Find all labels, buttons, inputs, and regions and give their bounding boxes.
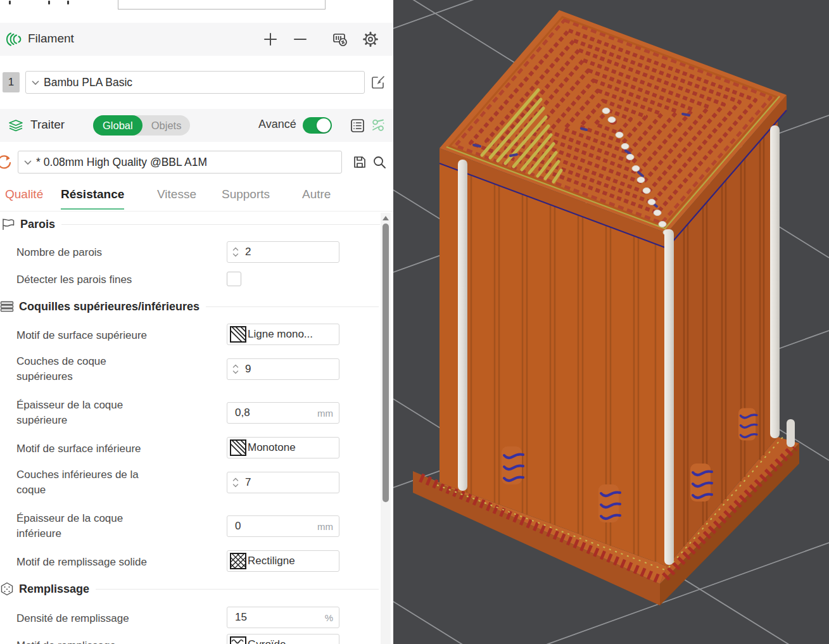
setting-label: Densité de remplissage: [16, 611, 206, 626]
sliced-model-render: [393, 0, 829, 644]
reset-arrow-icon[interactable]: [0, 155, 12, 171]
section-walls: Parois: [1, 217, 380, 231]
shells-icon: [0, 300, 14, 313]
diagonal-pattern-icon: [230, 326, 246, 343]
layers-icon: [8, 117, 24, 134]
setting-label: Nombre de parois: [16, 245, 206, 260]
thin-walls-checkbox[interactable]: [227, 272, 241, 286]
gear-icon[interactable]: [362, 31, 379, 47]
unit-label: mm: [317, 521, 333, 532]
edit-icon[interactable]: [370, 74, 386, 91]
bottom-shell-layers-spinner[interactable]: 7: [227, 472, 339, 493]
flag-icon: [1, 217, 15, 231]
setting-value: Ligne mono...: [248, 328, 313, 341]
setting-label: Épaisseur de la coque supérieure: [16, 398, 206, 428]
infill-pattern-select[interactable]: Gyroïde: [227, 634, 339, 644]
clipped-text-fragment: [9, 1, 11, 4]
infill-density-field[interactable]: 15 %: [227, 607, 339, 628]
infill-icon: [0, 582, 14, 596]
tab-supports[interactable]: Supports: [222, 187, 270, 208]
spinner-arrows-icon[interactable]: [232, 476, 239, 489]
scrollbar-up-arrow[interactable]: [383, 216, 389, 220]
settings-panel: Filament: [0, 0, 393, 644]
bottom-shell-thickness-field[interactable]: 0 mm: [227, 515, 339, 537]
spinner-arrows-icon[interactable]: [232, 363, 239, 376]
advanced-label: Avancé: [258, 118, 296, 131]
bottom-surface-pattern-select[interactable]: Monotone: [227, 437, 339, 458]
setting-value: Monotone: [248, 441, 296, 454]
setting-label: Détecter les parois fines: [16, 272, 206, 287]
advanced-toggle[interactable]: [303, 117, 332, 134]
filament-spool-icon: [6, 31, 23, 47]
list-icon[interactable]: [349, 117, 365, 134]
crosshatch-pattern-icon: [230, 553, 246, 569]
setting-value: 15: [235, 611, 247, 624]
setting-label: Motif de remplissage: [16, 638, 206, 644]
tab-strength[interactable]: Résistance: [61, 187, 124, 210]
process-bar: Traiter Global Objets Avancé: [0, 109, 393, 142]
setting-label: Couches inférieures de la coque: [16, 467, 206, 498]
filament-select[interactable]: Bambu PLA Basic: [25, 71, 365, 94]
section-title: Remplissage: [19, 583, 89, 596]
top-surface-pattern-select[interactable]: Ligne mono...: [227, 324, 339, 345]
ams-sync-icon[interactable]: [332, 31, 348, 47]
setting-value: 2: [245, 246, 251, 258]
setting-label: Couches de coque supérieures: [16, 354, 206, 384]
tune-icon[interactable]: [370, 117, 386, 134]
process-preset-value: * 0.08mm High Quality @BBL A1M: [36, 156, 207, 169]
top-shell-thickness-field[interactable]: 0,8 mm: [227, 402, 339, 424]
chevron-down-icon: [23, 159, 32, 165]
scrollbar-thumb[interactable]: [383, 224, 389, 502]
setting-label: Motif de remplissage solide: [16, 555, 206, 570]
setting-label: Motif de surface inférieure: [16, 441, 206, 457]
walls-count-spinner[interactable]: 2: [227, 241, 339, 263]
scope-global[interactable]: Global: [93, 115, 142, 136]
setting-value: Gyroïde: [248, 638, 286, 644]
clipped-text-fragment: [67, 1, 69, 4]
viewport-3d[interactable]: [393, 0, 829, 644]
process-title: Traiter: [30, 118, 65, 132]
filament-bar: Filament: [0, 23, 393, 56]
setting-value: Rectiligne: [248, 555, 295, 567]
diagonal-pattern-icon: [230, 439, 246, 456]
section-rule: [61, 224, 380, 225]
clipped-input[interactable]: [118, 0, 326, 9]
unit-label: mm: [317, 408, 333, 419]
filament-index-badge[interactable]: 1: [3, 72, 20, 92]
process-tabs: Qualité Résistance Vitesse Supports Autr…: [0, 185, 393, 211]
top-shell-layers-spinner[interactable]: 9: [227, 358, 339, 380]
filament-select-value: Bambu PLA Basic: [44, 76, 132, 89]
solid-infill-pattern-select[interactable]: Rectiligne: [227, 550, 339, 572]
gyroid-pattern-icon: [230, 636, 246, 644]
search-icon[interactable]: [371, 154, 388, 170]
setting-label: Épaisseur de la coque inférieure: [16, 511, 206, 541]
section-rule: [206, 306, 379, 307]
scope-objects[interactable]: Objets: [142, 120, 191, 132]
tab-other[interactable]: Autre: [302, 187, 331, 208]
process-preset-select[interactable]: * 0.08mm High Quality @BBL A1M: [18, 151, 342, 174]
tab-speed[interactable]: Vitesse: [157, 187, 196, 208]
setting-value: 7: [245, 476, 251, 489]
section-shells: Coquilles supérieures/inférieures: [0, 300, 379, 313]
section-rule: [96, 589, 379, 590]
spinner-arrows-icon[interactable]: [232, 246, 239, 258]
clipped-text-fragment: [48, 1, 50, 4]
tab-quality[interactable]: Qualité: [5, 187, 43, 208]
setting-value: 9: [245, 363, 251, 376]
section-infill: Remplissage: [0, 582, 379, 596]
section-title: Parois: [20, 218, 55, 231]
filament-title: Filament: [28, 32, 74, 46]
scope-switch[interactable]: Global Objets: [93, 115, 190, 136]
add-filament-button[interactable]: [262, 31, 279, 47]
chevron-down-icon: [31, 79, 40, 85]
setting-value: 0,8: [235, 407, 250, 419]
unit-label: %: [325, 612, 333, 623]
section-title: Coquilles supérieures/inférieures: [19, 300, 199, 313]
save-icon[interactable]: [351, 154, 368, 170]
toggle-knob: [317, 118, 331, 132]
setting-value: 0: [235, 520, 241, 533]
remove-filament-button[interactable]: [292, 31, 308, 47]
setting-label: Motif de surface supérieure: [16, 328, 206, 343]
tabs-divider: [0, 211, 393, 212]
